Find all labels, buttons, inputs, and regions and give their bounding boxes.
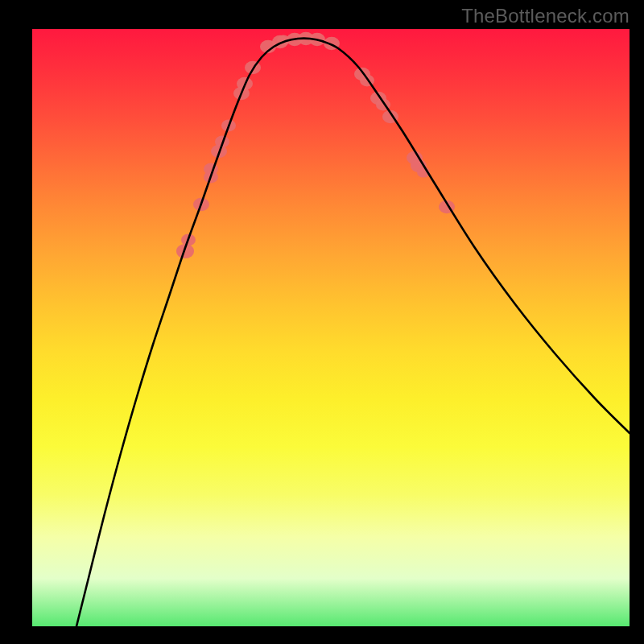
bottleneck-curve <box>76 39 630 626</box>
chart-frame: TheBottleneck.com <box>0 0 644 644</box>
attribution-label: TheBottleneck.com <box>461 5 630 27</box>
chart-markers-group <box>176 32 455 258</box>
chart-svg <box>32 29 630 626</box>
chart-plot-area <box>32 29 630 626</box>
